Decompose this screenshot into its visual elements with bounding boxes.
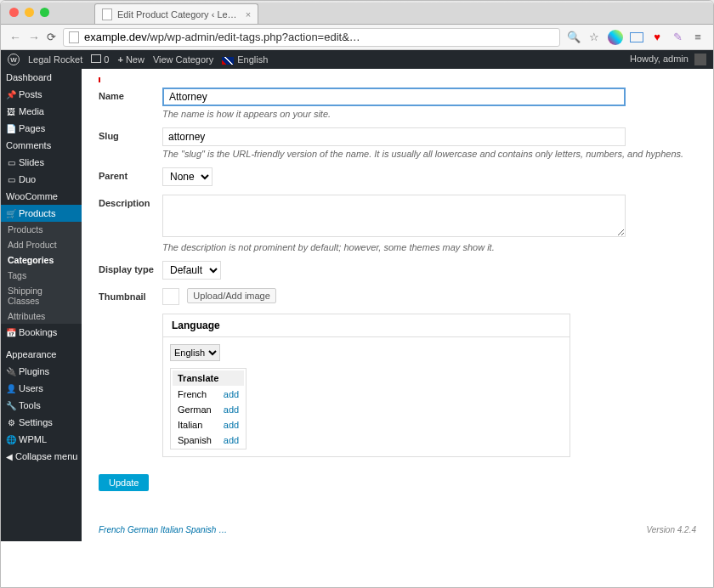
thumbnail-label: Thumbnail <box>99 288 162 302</box>
sidebar-item-wpml[interactable]: 🌐WPML <box>1 431 82 448</box>
sidebar-item-dashboard[interactable]: Dashboard <box>1 69 82 86</box>
view-category-link[interactable]: View Category <box>153 54 213 65</box>
sidebar-item-posts[interactable]: 📌Posts <box>1 86 82 103</box>
sidebar-collapse[interactable]: ◀Collapse menu <box>1 448 82 465</box>
pen-icon[interactable]: ✎ <box>671 31 684 44</box>
maximize-window-button[interactable] <box>40 8 49 17</box>
language-switcher[interactable]: English <box>237 54 268 65</box>
submenu-add-product[interactable]: Add Product <box>1 237 82 252</box>
submenu-shipping-classes[interactable]: Shipping Classes <box>1 283 82 308</box>
browser-tab[interactable]: Edit Product Category ‹ Le… × <box>94 3 258 24</box>
search-icon[interactable]: 🔍 <box>567 31 581 44</box>
table-row: Germanadd <box>173 403 244 416</box>
cart-icon: 🛒 <box>6 209 16 218</box>
browser-toolbar: ← → ⟳ example.dev/wp/wp-admin/edit-tags.… <box>1 25 713 50</box>
extension-icon[interactable] <box>630 32 643 42</box>
sidebar-item-pages[interactable]: 📄Pages <box>1 120 82 137</box>
display-type-label: Display type <box>99 261 162 274</box>
address-bar[interactable]: example.dev/wp/wp-admin/edit-tags.php?ac… <box>63 28 560 47</box>
sidebar-item-tools[interactable]: 🔧Tools <box>1 397 82 414</box>
back-button[interactable]: ← <box>9 31 21 44</box>
site-name-link[interactable]: Legal Rocket <box>28 54 82 65</box>
comment-icon[interactable] <box>91 54 101 63</box>
flag-icon <box>222 57 234 65</box>
submenu-products[interactable]: Products <box>1 222 82 237</box>
slug-input[interactable] <box>162 127 626 146</box>
wrench-icon: 🔧 <box>6 401 16 410</box>
update-button[interactable]: Update <box>99 474 149 491</box>
sidebar-item-bookings[interactable]: 📅Bookings <box>1 324 82 341</box>
sidebar-item-appearance[interactable]: Appearance <box>1 346 82 363</box>
table-row: Italianadd <box>173 418 244 432</box>
name-input[interactable] <box>162 88 626 106</box>
sidebar-item-media[interactable]: 🖼Media <box>1 103 82 120</box>
version-text: Version 4.2.4 <box>646 525 696 534</box>
heart-icon[interactable]: ♥ <box>650 31 664 44</box>
url-text: example.dev/wp/wp-admin/edit-tags.php?ac… <box>84 31 554 43</box>
plus-icon: + <box>117 54 122 65</box>
thumbnail-preview <box>162 288 179 305</box>
close-window-button[interactable] <box>9 8 19 17</box>
submenu-attributes[interactable]: Attributes <box>1 308 82 324</box>
description-desc: The description is not prominent by defa… <box>162 242 696 252</box>
table-row: Spanishadd <box>173 433 244 447</box>
submenu-categories[interactable]: Categories <box>1 252 82 268</box>
sidebar-item-users[interactable]: 👤Users <box>1 380 82 397</box>
menu-icon[interactable]: ≡ <box>691 31 705 44</box>
howdy-link[interactable]: Howdy, admin <box>630 54 688 64</box>
add-translation-link[interactable]: add <box>218 387 244 401</box>
wordpress-logo-icon[interactable]: W <box>8 54 20 65</box>
pin-icon: 📌 <box>6 90 16 99</box>
star-icon[interactable]: ☆ <box>587 31 601 44</box>
main-content: Name The name is how it appears on your … <box>82 69 713 541</box>
browser-tab-bar: Edit Product Category ‹ Le… × <box>1 3 713 25</box>
language-select[interactable]: English <box>170 344 220 361</box>
language-header: Language <box>163 314 570 337</box>
sidebar-item-plugins[interactable]: 🔌Plugins <box>1 363 82 380</box>
display-type-select[interactable]: Default <box>162 261 221 280</box>
footer-languages: French German Italian Spanish … <box>99 525 227 534</box>
collapse-icon: ◀ <box>6 452 13 461</box>
media-icon: 🖼 <box>6 107 16 116</box>
sidebar-item-products[interactable]: 🛒Products <box>1 205 82 222</box>
sidebar-item-slides[interactable]: ▭Slides <box>1 154 82 171</box>
sidebar-item-duo[interactable]: ▭Duo <box>1 171 82 188</box>
slug-description: The "slug" is the URL-friendly version o… <box>162 149 696 159</box>
avatar[interactable] <box>694 54 706 65</box>
sidebar-item-comments[interactable]: Comments <box>1 137 82 154</box>
description-label: Description <box>99 195 162 208</box>
wp-admin-bar: W Legal Rocket 0 + New View Category Eng… <box>1 50 713 69</box>
upload-image-button[interactable]: Upload/Add image <box>187 288 276 303</box>
minimize-window-button[interactable] <box>25 8 34 17</box>
translate-table: Translate Frenchadd Germanadd Italianadd… <box>170 368 246 449</box>
page-icon <box>102 8 112 20</box>
parent-select[interactable]: None <box>162 167 212 186</box>
close-tab-button[interactable]: × <box>246 9 251 20</box>
new-link[interactable]: New <box>126 54 144 65</box>
slug-label: Slug <box>99 127 162 141</box>
name-description: The name is how it appears on your site. <box>162 109 696 119</box>
globe-icon: 🌐 <box>6 435 16 444</box>
extension-icon[interactable] <box>608 30 623 45</box>
tab-title: Edit Product Category ‹ Le… <box>117 9 237 20</box>
duo-icon: ▭ <box>6 175 16 184</box>
page-icon: 📄 <box>6 124 16 133</box>
description-textarea[interactable] <box>162 195 626 237</box>
language-section: Language English Translate Frenchadd Ger… <box>162 314 570 457</box>
add-translation-link[interactable]: add <box>218 433 244 447</box>
parent-label: Parent <box>99 167 162 181</box>
translate-header: Translate <box>173 370 244 386</box>
submenu-tags[interactable]: Tags <box>1 268 82 283</box>
add-translation-link[interactable]: add <box>218 418 244 432</box>
sidebar-item-woocommerce[interactable]: WooComme <box>1 188 82 205</box>
slides-icon: ▭ <box>6 158 16 167</box>
add-translation-link[interactable]: add <box>218 403 244 416</box>
page-icon <box>69 31 79 43</box>
table-row: Frenchadd <box>173 387 244 401</box>
forward-button[interactable]: → <box>28 31 40 44</box>
user-icon: 👤 <box>6 384 16 393</box>
name-label: Name <box>99 88 162 101</box>
sidebar-item-settings[interactable]: ⚙Settings <box>1 414 82 431</box>
gear-icon: ⚙ <box>6 418 16 427</box>
reload-button[interactable]: ⟳ <box>47 31 56 43</box>
